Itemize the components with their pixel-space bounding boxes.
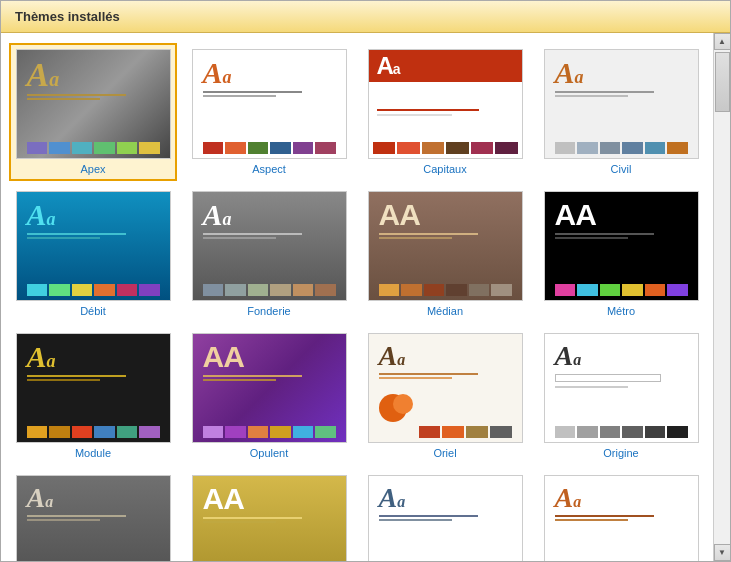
theme-thumb-capitaux: Aa <box>368 49 523 159</box>
theme-item-opulent[interactable]: AA <box>185 327 353 465</box>
theme-item-civil[interactable]: Aa <box>537 43 705 181</box>
theme-thumb-opulent: AA <box>192 333 347 443</box>
theme-thumb-apex: Aa <box>16 49 171 159</box>
theme-thumb-metro: AA <box>544 191 699 301</box>
theme-thumb-promenade: AA <box>192 475 347 561</box>
theme-item-rotonde[interactable]: Aa <box>361 469 529 561</box>
theme-item-papier[interactable]: Aa <box>9 469 177 561</box>
dialog-title: Thèmes installés <box>1 1 730 33</box>
scrollbar-thumb[interactable] <box>715 52 730 112</box>
theme-label-origine: Origine <box>603 447 638 459</box>
theme-label-civil: Civil <box>611 163 632 175</box>
themes-area[interactable]: Aa <box>1 33 713 561</box>
theme-item-aspect[interactable]: Aa <box>185 43 353 181</box>
theme-thumb-module: Aa <box>16 333 171 443</box>
theme-label-opulent: Opulent <box>250 447 289 459</box>
theme-item-promenade[interactable]: AA <box>185 469 353 561</box>
themes-dialog: Thèmes installés Aa <box>0 0 731 562</box>
theme-thumb-oriel: Aa <box>368 333 523 443</box>
scrollbar-down-button[interactable]: ▼ <box>714 544 731 561</box>
theme-item-capitaux[interactable]: Aa <box>361 43 529 181</box>
theme-thumb-civil: Aa <box>544 49 699 159</box>
theme-thumb-rotonde: Aa <box>368 475 523 561</box>
dialog-body: Aa <box>1 33 730 561</box>
themes-grid: Aa <box>9 43 705 561</box>
theme-thumb-debit: Aa <box>16 191 171 301</box>
theme-thumb-origine: Aa <box>544 333 699 443</box>
theme-item-debit[interactable]: Aa <box>9 185 177 323</box>
theme-item-apex[interactable]: Aa <box>9 43 177 181</box>
theme-thumb-papier: Aa <box>16 475 171 561</box>
theme-item-fonderie[interactable]: Aa <box>185 185 353 323</box>
theme-label-metro: Métro <box>607 305 635 317</box>
theme-label-apex: Apex <box>80 163 105 175</box>
theme-label-debit: Débit <box>80 305 106 317</box>
theme-label-capitaux: Capitaux <box>423 163 466 175</box>
theme-thumb-median: AA <box>368 191 523 301</box>
theme-item-oriel[interactable]: Aa Oriel <box>361 327 529 465</box>
theme-label-fonderie: Fonderie <box>247 305 290 317</box>
theme-item-module[interactable]: Aa <box>9 327 177 465</box>
scrollbar-track: ▲ ▼ <box>713 33 730 561</box>
theme-item-solstice[interactable]: Aa <box>537 469 705 561</box>
theme-item-metro[interactable]: AA <box>537 185 705 323</box>
scrollbar-up-button[interactable]: ▲ <box>714 33 731 50</box>
theme-label-oriel: Oriel <box>433 447 456 459</box>
theme-item-median[interactable]: AA <box>361 185 529 323</box>
theme-thumb-fonderie: Aa <box>192 191 347 301</box>
theme-label-aspect: Aspect <box>252 163 286 175</box>
theme-thumb-solstice: Aa <box>544 475 699 561</box>
theme-thumb-aspect: Aa <box>192 49 347 159</box>
theme-label-module: Module <box>75 447 111 459</box>
theme-label-median: Médian <box>427 305 463 317</box>
theme-item-origine[interactable]: Aa <box>537 327 705 465</box>
